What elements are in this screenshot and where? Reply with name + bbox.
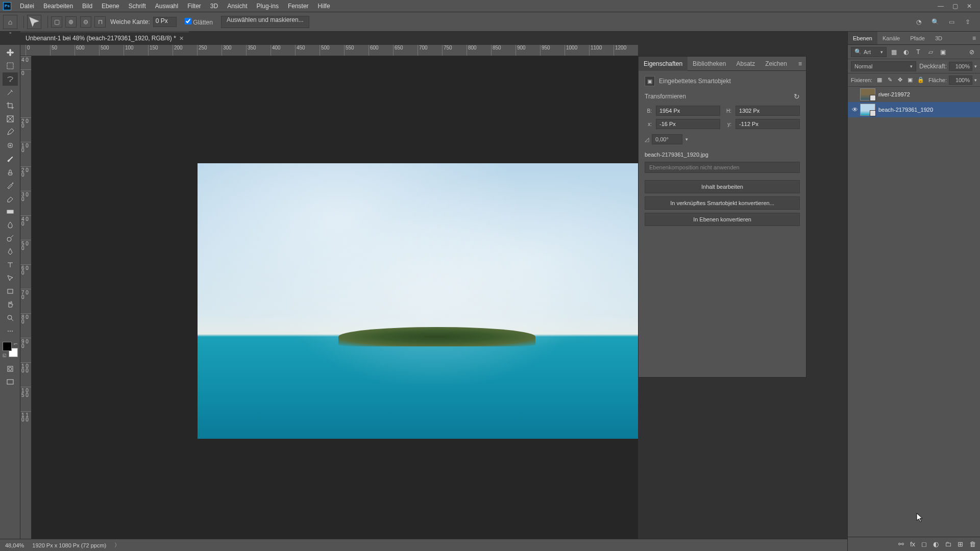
layer-mask-icon[interactable]: ◻ (921, 540, 927, 548)
filter-toggle-icon[interactable]: ⊘ (967, 47, 977, 57)
filter-type-icon[interactable]: T (913, 47, 923, 57)
tab-pfade[interactable]: Pfade (905, 32, 930, 44)
hand-tool[interactable] (3, 298, 18, 311)
menu-auswahl[interactable]: Auswahl (151, 0, 183, 12)
search-icon[interactable]: 🔍 (930, 17, 940, 27)
home-button[interactable]: ⌂ (3, 15, 17, 29)
panel-menu-icon[interactable]: ≡ (794, 60, 806, 67)
history-brush-tool[interactable] (3, 179, 18, 192)
screen-mode-tool[interactable] (3, 375, 18, 389)
menu-filter[interactable]: Filter (183, 0, 206, 12)
edit-toolbar-icon[interactable]: ⋯ (3, 324, 18, 338)
adjustment-layer-icon[interactable]: ◐ (933, 540, 939, 548)
width-input[interactable]: 1954 Px (656, 106, 720, 116)
lasso-tool[interactable] (3, 72, 18, 86)
layer-row[interactable]: river-219972 (848, 87, 980, 102)
lock-artboard-icon[interactable]: ▣ (907, 77, 913, 83)
canvas-area[interactable] (32, 56, 638, 539)
eyedropper-tool[interactable] (3, 126, 18, 139)
x-input[interactable]: -16 Px (656, 119, 720, 129)
filter-smart-icon[interactable]: ▣ (938, 47, 948, 57)
color-swatches[interactable]: ⤺ ◱ (3, 342, 18, 357)
layer-name[interactable]: river-219972 (878, 91, 910, 97)
layers-panel-menu-icon[interactable]: ≡ (968, 32, 980, 44)
menu-hilfe[interactable]: Hilfe (313, 0, 335, 12)
workspace-icon[interactable]: ▭ (946, 17, 957, 27)
swap-colors-icon[interactable]: ⤺ (14, 341, 18, 346)
menu-ebene[interactable]: Ebene (97, 0, 124, 12)
vertical-ruler[interactable]: 4 0 0 2 0 0 1 0 0 2 0 0 3 0 0 4 0 0 5 0 … (20, 56, 32, 539)
tab-zeichen[interactable]: Zeichen (760, 57, 792, 71)
magic-wand-tool[interactable] (3, 86, 18, 99)
menu-datei[interactable]: Datei (15, 0, 39, 12)
layer-filter-kind[interactable]: 🔍Art▾ (851, 47, 887, 57)
select-and-mask-button[interactable]: Auswählen und maskieren... (221, 16, 309, 28)
blur-tool[interactable] (3, 218, 18, 232)
antialias-checkbox[interactable]: Glätten (185, 18, 213, 26)
layer-thumbnail[interactable] (860, 88, 875, 101)
type-tool[interactable] (3, 258, 18, 271)
menu-3d[interactable]: 3D (206, 0, 223, 12)
angle-input[interactable]: 0,00° (652, 134, 682, 144)
filter-shape-icon[interactable]: ▱ (925, 47, 936, 57)
frame-tool[interactable] (3, 112, 18, 126)
reset-transform-icon[interactable]: ↻ (794, 92, 800, 101)
tab-kanaele[interactable]: Kanäle (877, 32, 905, 44)
convert-linked-button[interactable]: In verknüpftes Smartobjekt konvertieren.… (645, 196, 800, 210)
opacity-input[interactable]: 100% (949, 62, 972, 71)
delete-layer-icon[interactable]: 🗑 (969, 540, 976, 548)
lock-transparency-icon[interactable]: ▦ (876, 77, 883, 83)
filter-pixel-icon[interactable]: ▦ (889, 47, 899, 57)
tab-absatz[interactable]: Absatz (731, 57, 760, 71)
brush-tool[interactable] (3, 152, 18, 165)
height-input[interactable]: 1302 Px (736, 106, 800, 116)
lock-pixels-icon[interactable]: ✎ (887, 77, 893, 83)
document-tab[interactable]: Unbenannt-1 bei 48% (beach-2179361_1920,… (20, 32, 189, 44)
move-tool[interactable] (3, 46, 18, 59)
horizontal-ruler[interactable]: 0 50 600 500 100 150 200 250 300 350 400… (20, 45, 638, 56)
marquee-tool[interactable] (3, 59, 18, 72)
lock-all-icon[interactable]: 🔒 (917, 77, 924, 83)
window-maximize-icon[interactable]: ▢ (951, 3, 959, 10)
tab-ebenen[interactable]: Ebenen (848, 32, 877, 44)
layer-style-icon[interactable]: fx (910, 540, 915, 548)
menu-bild[interactable]: Bild (78, 0, 97, 12)
tool-preset-button[interactable] (27, 15, 41, 29)
selection-add-icon[interactable]: ⊕ (65, 16, 77, 28)
zoom-level[interactable]: 48,04% (5, 542, 24, 548)
window-close-icon[interactable]: ✕ (966, 3, 973, 10)
dodge-tool[interactable] (3, 232, 18, 245)
layer-comp-select[interactable]: Ebenenkomposition nicht anwenden (645, 162, 800, 173)
rectangle-tool[interactable] (3, 285, 18, 298)
tab-3d[interactable]: 3D (930, 32, 947, 44)
status-chevron-icon[interactable]: 〉 (114, 541, 120, 549)
layer-name[interactable]: beach-2179361_1920 (878, 107, 933, 113)
selection-intersect-icon[interactable]: ⊓ (94, 16, 106, 28)
document-info[interactable]: 1920 Px x 1080 Px (72 ppcm) (32, 542, 106, 548)
zoom-tool[interactable] (3, 311, 18, 324)
lock-position-icon[interactable]: ✥ (897, 77, 903, 83)
layer-thumbnail[interactable] (860, 104, 875, 116)
filter-adjustment-icon[interactable]: ◐ (901, 47, 911, 57)
crop-tool[interactable] (3, 99, 18, 112)
new-layer-icon[interactable]: ⊞ (958, 540, 963, 548)
foreground-color[interactable] (3, 342, 12, 351)
opacity-dropdown-icon[interactable]: ▾ (974, 64, 977, 69)
menu-plugins[interactable]: Plug-ins (252, 0, 283, 12)
convert-layers-button[interactable]: In Ebenen konvertieren (645, 213, 800, 226)
menu-ansicht[interactable]: Ansicht (223, 0, 252, 12)
menu-fenster[interactable]: Fenster (283, 0, 313, 12)
gradient-tool[interactable] (3, 205, 18, 218)
selection-subtract-icon[interactable]: ⊖ (80, 16, 91, 28)
clone-stamp-tool[interactable] (3, 165, 18, 179)
pen-tool[interactable] (3, 245, 18, 258)
tab-eigenschaften[interactable]: Eigenschaften (639, 57, 688, 71)
blend-mode-select[interactable]: Normal▾ (851, 61, 916, 71)
share-icon[interactable]: ⇪ (963, 17, 973, 27)
layer-visibility-toggle[interactable]: 👁 (850, 106, 860, 113)
document-canvas[interactable] (198, 163, 638, 439)
tab-bibliotheken[interactable]: Bibliotheken (688, 57, 731, 71)
layer-group-icon[interactable]: 🗀 (945, 540, 951, 548)
fill-input[interactable]: 100% (949, 76, 972, 85)
default-colors-icon[interactable]: ◱ (3, 353, 7, 358)
